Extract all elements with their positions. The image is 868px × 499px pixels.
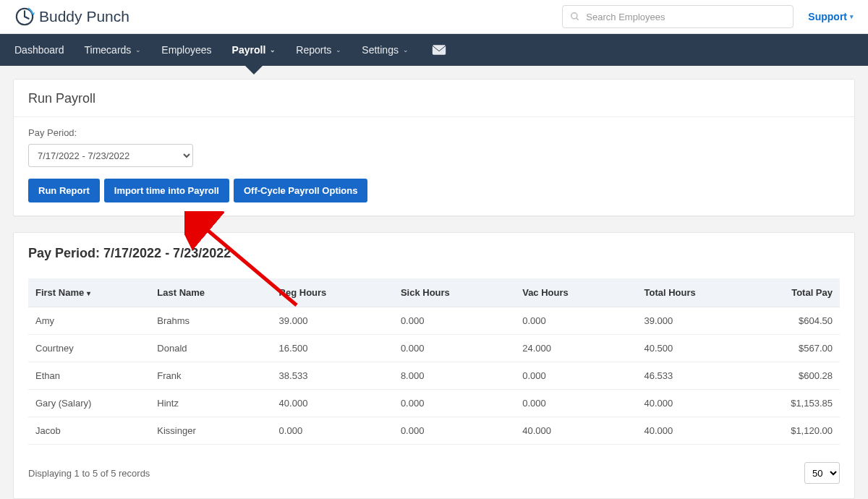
- cell-total-pay: $604.50: [742, 307, 840, 335]
- cell-sick-hours: 0.000: [393, 335, 515, 362]
- nav-messages[interactable]: [432, 34, 446, 66]
- topbar-right: Support ▾: [562, 5, 854, 28]
- cell-total-hours: 46.533: [637, 362, 742, 390]
- cell-sick-hours: 0.000: [393, 417, 515, 445]
- cell-first-name: Courtney: [28, 335, 150, 362]
- cell-first-name: Gary (Salary): [28, 390, 150, 417]
- col-vac-hours[interactable]: Vac Hours: [515, 278, 637, 307]
- col-total-hours[interactable]: Total Hours: [637, 278, 742, 307]
- cell-sick-hours: 0.000: [393, 390, 515, 417]
- cell-sick-hours: 8.000: [393, 362, 515, 390]
- pay-period-card: Pay Period: 7/17/2022 - 7/23/2022 First …: [13, 232, 855, 499]
- chevron-down-icon: ⌄: [336, 46, 341, 54]
- cell-first-name: Jacob: [28, 417, 150, 445]
- envelope-icon: [432, 43, 446, 56]
- col-sick-hours[interactable]: Sick Hours: [393, 278, 515, 307]
- top-bar: Buddy Punch Support ▾: [0, 0, 868, 34]
- chevron-down-icon: ⌄: [270, 46, 276, 54]
- pay-period-title: Pay Period: 7/17/2022 - 7/23/2022: [28, 246, 840, 261]
- import-time-button[interactable]: Import time into Payroll: [104, 179, 229, 202]
- payroll-table: First Name▾ Last Name Reg Hours Sick Hou…: [28, 278, 840, 445]
- search-input[interactable]: [586, 12, 786, 22]
- cell-total-hours: 40.000: [637, 390, 742, 417]
- cell-total-hours: 40.500: [637, 335, 742, 362]
- cell-vac-hours: 24.000: [515, 335, 637, 362]
- svg-line-3: [576, 18, 579, 20]
- svg-rect-4: [433, 45, 446, 54]
- nav-payroll[interactable]: Payroll⌄: [222, 34, 286, 66]
- cell-last-name: Hintz: [150, 390, 271, 417]
- cell-last-name: Brahms: [150, 307, 271, 335]
- cell-vac-hours: 40.000: [515, 417, 637, 445]
- cell-reg-hours: 38.533: [272, 362, 393, 390]
- nav-active-indicator: [244, 64, 264, 74]
- cell-last-name: Kissinger: [150, 417, 271, 445]
- table-row[interactable]: Gary (Salary)Hintz40.0000.0000.00040.000…: [28, 390, 840, 417]
- cell-reg-hours: 0.000: [272, 417, 393, 445]
- main-nav: Dashboard Timecards⌄ Employees Payroll⌄ …: [0, 34, 868, 66]
- chevron-down-icon: ⌄: [135, 46, 141, 54]
- page-content: Run Payroll Pay Period: 7/17/2022 - 7/23…: [0, 66, 868, 499]
- run-payroll-body: Pay Period: 7/17/2022 - 7/23/2022 Run Re…: [14, 117, 854, 216]
- nav-employees[interactable]: Employees: [151, 34, 221, 66]
- cell-first-name: Amy: [28, 307, 150, 335]
- cell-total-pay: $1,120.00: [742, 417, 840, 445]
- support-link[interactable]: Support ▾: [808, 11, 854, 22]
- search-employees[interactable]: [562, 5, 793, 28]
- brand-name: Buddy Punch: [39, 8, 129, 25]
- cell-vac-hours: 0.000: [515, 307, 637, 335]
- sort-indicator-icon: ▾: [87, 289, 90, 297]
- cell-total-pay: $600.28: [742, 362, 840, 390]
- table-row[interactable]: AmyBrahms39.0000.0000.00039.000$604.50: [28, 307, 840, 335]
- clock-icon: [14, 7, 35, 27]
- cell-total-hours: 40.000: [637, 417, 742, 445]
- run-payroll-title: Run Payroll: [14, 80, 854, 117]
- table-row[interactable]: EthanFrank38.5338.0000.00046.533$600.28: [28, 362, 840, 390]
- svg-point-2: [571, 13, 577, 19]
- brand-logo[interactable]: Buddy Punch: [14, 7, 129, 27]
- cell-last-name: Frank: [150, 362, 271, 390]
- nav-settings[interactable]: Settings⌄: [352, 34, 419, 66]
- table-footer: Displaying 1 to 5 of 5 records 50: [28, 462, 840, 484]
- table-header-row: First Name▾ Last Name Reg Hours Sick Hou…: [28, 278, 840, 307]
- run-report-button[interactable]: Run Report: [28, 179, 100, 202]
- col-last-name[interactable]: Last Name: [150, 278, 271, 307]
- table-row[interactable]: JacobKissinger0.0000.00040.00040.000$1,1…: [28, 417, 840, 445]
- off-cycle-button[interactable]: Off-Cycle Payroll Options: [234, 179, 367, 202]
- chevron-down-icon: ▾: [850, 13, 854, 20]
- cell-last-name: Donald: [150, 335, 271, 362]
- cell-reg-hours: 40.000: [272, 390, 393, 417]
- cell-sick-hours: 0.000: [393, 307, 515, 335]
- nav-timecards[interactable]: Timecards⌄: [75, 34, 152, 66]
- run-payroll-card: Run Payroll Pay Period: 7/17/2022 - 7/23…: [13, 79, 855, 216]
- cell-reg-hours: 39.000: [272, 307, 393, 335]
- pay-period-label: Pay Period:: [28, 127, 840, 138]
- record-count-text: Displaying 1 to 5 of 5 records: [28, 468, 150, 479]
- cell-vac-hours: 0.000: [515, 362, 637, 390]
- cell-total-pay: $1,153.85: [742, 390, 840, 417]
- cell-reg-hours: 16.500: [272, 335, 393, 362]
- pay-period-select[interactable]: 7/17/2022 - 7/23/2022: [28, 144, 193, 167]
- cell-vac-hours: 0.000: [515, 390, 637, 417]
- page-size-select[interactable]: 50: [804, 462, 840, 484]
- nav-reports[interactable]: Reports⌄: [286, 34, 352, 66]
- col-first-name[interactable]: First Name▾: [28, 278, 150, 307]
- chevron-down-icon: ⌄: [403, 46, 409, 54]
- cell-total-pay: $567.00: [742, 335, 840, 362]
- nav-dashboard[interactable]: Dashboard: [4, 34, 75, 66]
- col-reg-hours[interactable]: Reg Hours: [272, 278, 393, 307]
- search-icon: [570, 12, 580, 22]
- cell-total-hours: 39.000: [637, 307, 742, 335]
- table-row[interactable]: CourtneyDonald16.5000.00024.00040.500$56…: [28, 335, 840, 362]
- cell-first-name: Ethan: [28, 362, 150, 390]
- run-payroll-buttons: Run Report Import time into Payroll Off-…: [28, 179, 840, 202]
- col-total-pay[interactable]: Total Pay: [742, 278, 840, 307]
